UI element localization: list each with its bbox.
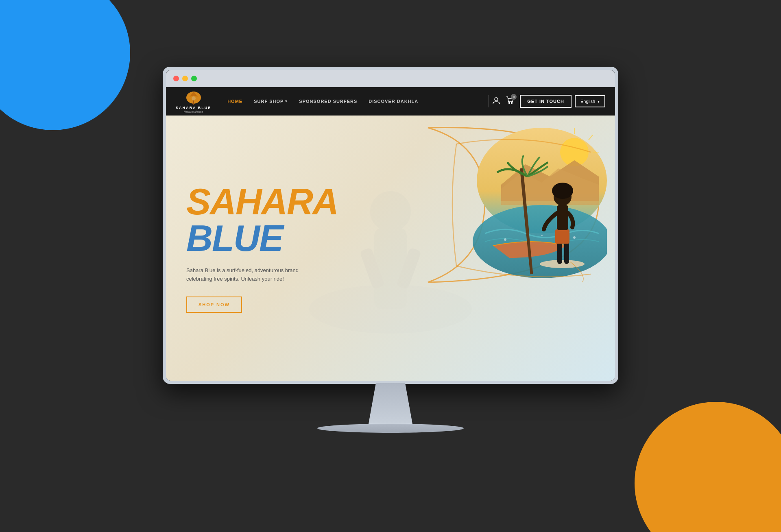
logo[interactable]: SAHARA BLUE Hakuna Matata [176, 89, 211, 113]
svg-point-27 [504, 238, 506, 241]
monitor-stand-base [317, 424, 464, 433]
browser-chrome [166, 70, 615, 87]
logo-icon [185, 89, 203, 106]
cart-count-badge: 0 [511, 94, 517, 100]
monitor-stand-neck [354, 383, 427, 424]
navigation: SAHARA BLUE Hakuna Matata HOME SURF SHOP… [166, 87, 615, 116]
logo-brand-text: SAHARA BLUE [176, 106, 211, 110]
svg-rect-21 [557, 242, 562, 264]
hero-title-sahara: SAHARA [186, 181, 338, 222]
svg-point-6 [511, 102, 513, 104]
nav-links: HOME SURF SHOP ▾ SPONSORED SURFERS DISCO… [227, 99, 485, 104]
close-button-icon[interactable] [173, 76, 179, 81]
minimize-button-icon[interactable] [182, 76, 188, 81]
hero-content: SAHARA BLUE Sahara Blue is a surf-fueled… [166, 116, 413, 381]
svg-line-15 [589, 135, 593, 140]
svg-point-29 [573, 236, 576, 239]
decorative-circle-blue [0, 0, 130, 130]
svg-point-2 [192, 96, 196, 100]
monitor-screen: SAHARA BLUE Hakuna Matata HOME SURF SHOP… [163, 67, 618, 384]
hero-description: Sahara Blue is a surf-fueled, adventurou… [186, 266, 316, 283]
chevron-down-icon: ▾ [598, 99, 600, 104]
fullscreen-button-icon[interactable] [191, 76, 197, 81]
traffic-lights [173, 76, 197, 81]
user-icon[interactable] [492, 96, 500, 106]
svg-rect-23 [555, 229, 569, 244]
language-label: English [580, 99, 595, 104]
svg-rect-22 [564, 242, 569, 264]
svg-rect-24 [557, 205, 568, 230]
surf-scene-svg [404, 120, 607, 290]
website: SAHARA BLUE Hakuna Matata HOME SURF SHOP… [166, 87, 615, 381]
logo-tagline-text: Hakuna Matata [184, 110, 203, 113]
shop-now-button[interactable]: SHOP NOW [186, 297, 242, 313]
cart-icon[interactable]: 0 [506, 96, 514, 106]
hero-illustration [404, 120, 607, 290]
nav-divider [489, 95, 489, 107]
hero-title: SAHARA BLUE [186, 183, 393, 257]
decorative-circle-orange [635, 402, 781, 532]
chevron-down-icon: ▾ [285, 99, 288, 103]
nav-icons: 0 [492, 96, 514, 106]
get-in-touch-button[interactable]: GET IN TOUCH [520, 95, 572, 108]
nav-surf-shop[interactable]: SURF SHOP ▾ [254, 99, 288, 104]
svg-point-28 [541, 235, 543, 236]
language-selector[interactable]: English ▾ [575, 95, 605, 107]
svg-point-5 [509, 102, 510, 104]
nav-discover-dakhla[interactable]: DISCOVER DAKHLA [369, 99, 418, 104]
nav-home[interactable]: HOME [227, 99, 242, 104]
hero-title-blue: BLUE [186, 218, 283, 259]
hero-section: SAHARA BLUE Sahara Blue is a surf-fueled… [166, 116, 615, 381]
monitor: SAHARA BLUE Hakuna Matata HOME SURF SHOP… [142, 67, 639, 465]
nav-sponsored-surfers[interactable]: SPONSORED SURFERS [299, 99, 357, 104]
monitor-bezel: SAHARA BLUE Hakuna Matata HOME SURF SHOP… [166, 70, 615, 381]
svg-point-4 [495, 98, 498, 101]
svg-point-26 [552, 183, 573, 199]
